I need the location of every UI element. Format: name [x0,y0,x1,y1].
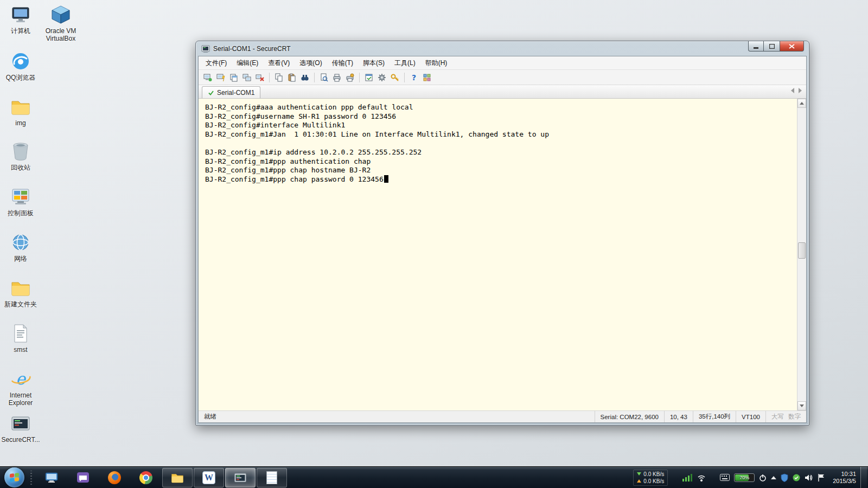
start-button[interactable] [4,467,24,487]
terminal-line: BJ-R2_config#username SH-R1 password 0 1… [205,112,797,121]
desktop-icon-recycle-bin[interactable]: 回收站 [1,140,40,171]
desktop-icon-smst[interactable]: smst [1,322,40,354]
global-options-icon[interactable] [376,72,388,84]
launch-bar-icon[interactable] [421,72,433,84]
menu-help[interactable]: 帮助(H) [420,56,452,70]
taskbar-messenger-button[interactable] [68,468,98,487]
paste-icon[interactable] [286,72,298,84]
taskbar-word-button[interactable]: W [194,468,224,487]
security-shield-icon[interactable] [781,473,788,482]
desktop-icon-label: Oracle VM VirtualBox [41,27,80,42]
taskbar: W 0.0 KB/s 0.0 KB/s 70% 10:31 2015/3/5 [0,466,868,488]
desktop-icon-computer[interactable]: 计算机 [1,3,40,35]
session-options-icon[interactable] [363,72,375,84]
print-preview-icon[interactable] [318,72,330,84]
network-speed-widget[interactable]: 0.0 KB/s 0.0 KB/s [633,470,668,486]
securecrt-shortcut-icon [10,413,31,434]
print-icon[interactable] [331,72,343,84]
show-hidden-icons-button[interactable] [771,476,776,479]
taskbar-explorer-button[interactable] [162,468,193,487]
taskbar-firefox-button[interactable] [99,468,130,487]
copy-icon[interactable] [273,72,285,84]
desktop-icon-label: 计算机 [1,27,40,35]
menu-script[interactable]: 脚本(S) [358,56,390,70]
taskbar-pinned-app-button[interactable] [36,468,67,487]
menu-tools[interactable]: 工具(L) [390,56,420,70]
folder-icon [10,96,31,118]
taskbar-chrome-button[interactable] [131,468,161,487]
upload-arrow-icon [637,479,641,483]
connect-icon[interactable] [202,72,214,84]
tab-serial-com1[interactable]: Serial-COM1 [202,86,260,98]
desktop-icon-label: smst [1,346,40,354]
menu-transfer[interactable]: 传输(T) [327,56,358,70]
minimize-button[interactable] [748,41,764,52]
scroll-down-icon[interactable] [797,401,806,410]
tabbed-session-icon[interactable] [228,72,240,84]
desktop-icon-new-folder[interactable]: 新建文件夹 [1,277,40,308]
maximize-button[interactable] [764,41,780,52]
toolbar-separator [359,73,360,82]
clone-session-icon[interactable] [241,72,253,84]
tab-scroll-left-icon[interactable] [791,88,794,93]
status-serial: Serial: COM22, 9600 [595,411,664,422]
tab-scroll-right-icon[interactable] [799,88,802,93]
wireless-icon[interactable] [697,473,706,482]
word-icon: W [202,471,215,484]
desktop-icon-label: 网络 [1,255,40,262]
scroll-up-icon[interactable] [797,99,806,108]
status-emulation: VT100 [736,411,765,422]
battery-indicator[interactable]: 70% [734,473,755,482]
title-bar[interactable]: Serial-COM1 - SecureCRT [196,41,809,56]
toolbar-separator [269,73,270,82]
power-icon[interactable] [759,474,767,481]
volume-icon[interactable] [805,474,813,481]
taskbar-clock[interactable]: 10:31 2015/3/5 [833,471,856,485]
menu-options[interactable]: 选项(O) [295,56,327,70]
disconnect-icon[interactable] [254,72,266,84]
input-indicator-icon[interactable] [720,474,730,481]
terminal-line: BJ-R2_config_m1#ip address 10.2.0.2 255.… [205,148,797,157]
desktop-icon-virtualbox[interactable]: Oracle VM VirtualBox [41,3,80,42]
desktop-icon-img-folder[interactable]: img [1,95,40,127]
find-icon[interactable] [299,72,311,84]
show-desktop-button[interactable] [860,467,867,488]
desktop-icon-label: 控制面板 [1,209,40,217]
desktop-icon-label: 回收站 [1,164,40,171]
action-center-flag-icon[interactable] [818,473,825,482]
terminal-line: BJ-R2_config_m1#Jan 1 01:30:01 Line on I… [205,130,797,139]
terminal-area[interactable]: BJ-R2_config#aaa authentication ppp defa… [199,99,797,410]
antivirus-check-icon[interactable] [793,474,800,481]
quick-connect-icon[interactable] [215,72,227,84]
menu-edit[interactable]: 编辑(E) [232,56,263,70]
desktop-icon-securecrt[interactable]: SecureCRT... [1,412,40,444]
vertical-scrollbar[interactable] [797,99,806,410]
pinned-app-icon [44,471,59,485]
close-button[interactable] [780,41,804,52]
status-num: 数字 [788,413,801,421]
scrollbar-thumb[interactable] [798,242,806,259]
desktop-icon-internet-explorer[interactable]: e Internet Explorer [1,368,40,407]
desktop-icon-qq-browser[interactable]: QQ浏览器 [1,50,40,81]
desktop-icon-network[interactable]: 网络 [1,231,40,262]
control-panel-icon [10,186,31,208]
text-cursor [384,175,388,183]
page-setup-icon[interactable] [344,72,356,84]
recycle-bin-icon [10,140,31,162]
menu-view[interactable]: 查看(V) [263,56,295,70]
keymap-icon[interactable] [389,72,401,84]
upload-speed: 0.0 KB/s [643,478,664,485]
status-ready: 就绪 [199,411,595,422]
network-globe-icon [10,232,31,253]
terminal-line [205,139,797,148]
status-caps-num: 大写 数字 [765,411,806,422]
help-icon[interactable]: ? [408,72,420,84]
taskbar-securecrt-button[interactable] [225,468,256,487]
chevron-up-icon [771,476,776,479]
explorer-folder-icon [170,471,184,485]
menu-file[interactable]: 文件(F) [201,56,232,70]
signal-bars-icon[interactable] [682,473,693,482]
desktop-icon-control-panel[interactable]: 控制面板 [1,185,40,217]
desktop-icon-label: img [1,119,40,127]
taskbar-notepad-button[interactable] [257,468,287,487]
